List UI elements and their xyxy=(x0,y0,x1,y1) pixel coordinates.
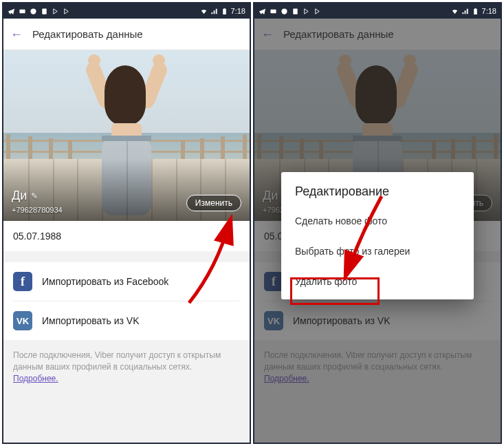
wifi-icon xyxy=(200,8,208,15)
import-facebook-label: Импортировать из Facebook xyxy=(42,276,168,287)
status-bar: 7:18 xyxy=(254,3,501,19)
status-bar: 7:18 xyxy=(3,3,250,19)
status-time: 7:18 xyxy=(231,7,245,15)
viber-icon xyxy=(281,8,288,15)
vk-icon: VK xyxy=(13,311,32,330)
dialog-item-take-photo[interactable]: Сделать новое фото xyxy=(281,206,474,236)
svg-rect-3 xyxy=(223,8,226,14)
birthdate-section: 05.07.1988 xyxy=(3,221,250,251)
play2-icon xyxy=(63,8,70,15)
edit-name-icon[interactable]: ✎ xyxy=(31,191,38,201)
svg-point-6 xyxy=(281,8,287,14)
profile-photo[interactable]: Ди ✎ +79628780934 Изменить xyxy=(3,50,250,221)
card-icon xyxy=(19,8,26,15)
dialog-title: Редактирование xyxy=(281,172,474,206)
dialog-item-pick-gallery[interactable]: Выбрать фото из галереи xyxy=(281,236,474,266)
svg-rect-7 xyxy=(293,8,297,14)
footer-link[interactable]: Подробнее. xyxy=(13,374,58,383)
play2-icon xyxy=(314,8,321,15)
svg-rect-2 xyxy=(42,8,46,14)
phone-left: 7:18 ← Редактировать данные xyxy=(2,2,251,444)
profile-phone: +79628780934 xyxy=(12,206,63,214)
svg-point-1 xyxy=(30,8,36,14)
import-facebook[interactable]: f Импортировать из Facebook xyxy=(13,262,240,301)
dialog-item-delete-photo[interactable]: Удалить фото xyxy=(281,266,474,297)
facebook-icon: f xyxy=(13,272,32,291)
svg-rect-4 xyxy=(223,8,225,8)
dual-sim-icon xyxy=(41,8,48,15)
back-icon[interactable]: ← xyxy=(10,28,23,41)
svg-rect-8 xyxy=(474,8,477,14)
svg-rect-5 xyxy=(270,9,276,13)
import-vk-label: Импортировать из VK xyxy=(42,315,140,326)
edit-photo-dialog: Редактирование Сделать новое фото Выбрат… xyxy=(281,172,474,299)
battery-icon xyxy=(472,8,479,15)
battery-icon xyxy=(221,8,228,15)
status-time: 7:18 xyxy=(482,7,496,15)
birthdate-cell[interactable]: 05.07.1988 xyxy=(13,221,240,251)
birthdate-value: 05.07.1988 xyxy=(13,231,61,242)
viber-icon xyxy=(30,8,37,15)
profile-name: Ди xyxy=(12,189,27,203)
dual-sim-icon xyxy=(292,8,299,15)
play1-icon xyxy=(52,8,59,15)
profile-name-row[interactable]: Ди ✎ xyxy=(12,189,38,203)
footer-text: После подключения, Viber получит доступ … xyxy=(13,350,221,372)
footer-note: После подключения, Viber получит доступ … xyxy=(3,340,250,387)
svg-rect-0 xyxy=(19,9,25,13)
status-left xyxy=(8,8,70,15)
wifi-icon xyxy=(451,8,459,15)
status-right: 7:18 xyxy=(200,7,245,15)
card-icon xyxy=(270,8,277,15)
import-vk[interactable]: VK Импортировать из VK xyxy=(13,301,240,340)
play1-icon xyxy=(303,8,310,15)
phone-right: 7:18 ← Редактировать данные Ди xyxy=(253,2,502,444)
signal-icon xyxy=(210,8,218,15)
toolbar: ← Редактировать данные xyxy=(3,19,250,50)
svg-rect-9 xyxy=(474,8,476,8)
telegram-icon xyxy=(8,8,15,15)
change-photo-button[interactable]: Изменить xyxy=(186,195,241,211)
telegram-icon xyxy=(259,8,266,15)
toolbar-title: Редактировать данные xyxy=(32,28,143,40)
signal-icon xyxy=(461,8,469,15)
social-section: f Импортировать из Facebook VK Импортиро… xyxy=(3,262,250,340)
